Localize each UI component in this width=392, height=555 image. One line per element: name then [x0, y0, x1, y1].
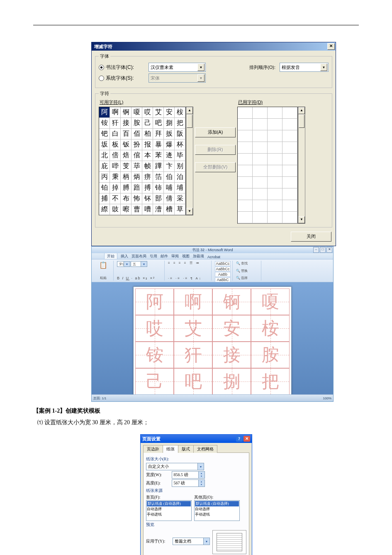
char-cell[interactable]: 北	[99, 150, 110, 161]
used-char-cell[interactable]	[253, 177, 268, 188]
ribbon[interactable]: 📋 粘贴 宋体 五 B I U · ab ×₂ ×² ≡ ≡ ≡ ≡ ☰ ≔ ·…	[92, 259, 333, 282]
ribbon-tab[interactable]: 引用	[150, 254, 157, 259]
used-char-cell[interactable]	[282, 200, 297, 212]
char-cell[interactable]: 报	[142, 139, 153, 150]
char-cell[interactable]: 荜	[131, 161, 142, 172]
used-char-cell[interactable]	[268, 142, 282, 154]
char-cell[interactable]: 阪	[175, 129, 185, 139]
char-cell[interactable]: 芰	[121, 161, 131, 172]
used-char-cell[interactable]	[268, 200, 282, 212]
used-char-cell[interactable]	[268, 212, 282, 223]
scrollbar-used[interactable]: ▲ ▼	[298, 107, 305, 224]
used-char-cell[interactable]	[282, 154, 297, 165]
used-char-cell[interactable]	[282, 188, 297, 200]
char-cell[interactable]: 别	[175, 161, 185, 172]
char-cell[interactable]: 膊	[121, 183, 131, 193]
char-cell[interactable]: 铵	[99, 118, 110, 129]
char-cell[interactable]: 泊	[175, 172, 185, 183]
used-char-cell[interactable]	[238, 130, 253, 142]
ribbon-tab[interactable]: 页面布局	[131, 254, 146, 259]
used-char-cell[interactable]	[253, 165, 268, 177]
char-cell[interactable]: 埔	[175, 183, 185, 193]
char-cell[interactable]: 捌	[164, 118, 175, 129]
char-cell[interactable]: 嗄	[131, 107, 142, 118]
ribbon-tab[interactable]: 审阅	[171, 254, 179, 259]
used-char-cell[interactable]	[238, 142, 253, 154]
radio-calligraphy-font[interactable]: 书法字体(C):	[99, 64, 144, 71]
char-cell[interactable]: 倌	[131, 150, 142, 161]
char-cell[interactable]: 伯	[164, 172, 175, 183]
char-cell[interactable]: 哎	[142, 107, 153, 118]
used-char-cell[interactable]	[282, 107, 297, 119]
char-cell[interactable]: 铈	[153, 183, 164, 193]
char-cell[interactable]: 接	[121, 118, 131, 129]
char-cell[interactable]: 钣	[121, 139, 131, 150]
char-cell[interactable]: 柄	[121, 172, 131, 183]
ribbon-tab[interactable]: 插入	[121, 254, 128, 259]
ribbon-tab[interactable]: 开始	[104, 253, 117, 259]
scrollbar-available[interactable]: ▲ ▼	[186, 107, 193, 215]
char-cell[interactable]: 爆	[164, 139, 175, 150]
char-cell[interactable]: 倩	[164, 193, 175, 204]
width-spinner[interactable]: 856.5 磅	[172, 471, 205, 479]
used-char-cell[interactable]	[238, 200, 253, 212]
char-cell[interactable]: 痹	[142, 172, 153, 183]
char-cell[interactable]: 犴	[110, 118, 121, 129]
word-titlebar[interactable]: 书法 32 - Microsoft Word – □ ✕	[92, 247, 333, 253]
help-icon[interactable]: ?	[236, 436, 243, 442]
char-cell[interactable]: 艾	[153, 107, 164, 118]
used-char-cell[interactable]	[253, 130, 268, 142]
char-cell[interactable]: 板	[110, 139, 121, 150]
page-setup-tab[interactable]: 版式	[178, 445, 194, 453]
radio-system-font[interactable]: 系统字体(S):	[99, 75, 144, 82]
char-cell[interactable]: 哔	[110, 161, 121, 172]
char-cell[interactable]: 白	[110, 129, 121, 139]
char-cell[interactable]: 踣	[131, 183, 142, 193]
char-cell[interactable]: 柏	[142, 129, 153, 139]
char-cell[interactable]: 箔	[153, 172, 164, 183]
used-char-cell[interactable]	[238, 119, 253, 130]
used-char-cell[interactable]	[253, 154, 268, 165]
used-char-cell[interactable]	[268, 177, 282, 188]
char-cell[interactable]: 搏	[142, 183, 153, 193]
char-cell[interactable]: 扮	[131, 139, 142, 150]
char-cell[interactable]: 本	[142, 150, 153, 161]
used-char-cell[interactable]	[253, 119, 268, 130]
char-cell[interactable]: 己	[142, 118, 153, 129]
combo-calligraphy-font[interactable]: 汉仪曹未素 ▼	[149, 63, 206, 72]
minimize-icon[interactable]: –	[313, 247, 319, 253]
char-cell[interactable]: 嚓	[121, 204, 131, 215]
used-char-cell[interactable]	[238, 177, 253, 188]
char-cell[interactable]: 卞	[164, 161, 175, 172]
used-char-cell[interactable]	[282, 130, 297, 142]
used-char-cell[interactable]	[253, 200, 268, 212]
combo-sort-order[interactable]: 根据发音 ▼	[280, 63, 329, 72]
used-char-cell[interactable]	[238, 212, 253, 223]
combo-paper-size[interactable]: 自定义大小	[146, 463, 204, 470]
char-cell[interactable]: 炳	[131, 172, 142, 183]
char-cell[interactable]: 豉	[110, 204, 121, 215]
scroll-up-icon[interactable]: ▲	[186, 107, 193, 114]
char-cell[interactable]: 倍	[110, 150, 121, 161]
used-char-cell[interactable]	[282, 119, 297, 130]
char-cell[interactable]: 毕	[175, 150, 185, 161]
page-setup-tab[interactable]: 页边距	[143, 445, 163, 453]
used-char-cell[interactable]	[268, 107, 282, 119]
char-cell[interactable]: 蹕	[153, 161, 164, 172]
other-pages-source-list[interactable]: 默认纸盒 (自动选择) 自动选择 手动进纸	[194, 500, 240, 521]
char-cell[interactable]: 部	[153, 193, 164, 204]
style-preview[interactable]: AaBbC	[215, 277, 231, 282]
char-cell[interactable]: 扳	[164, 129, 175, 139]
used-char-cell[interactable]	[238, 107, 253, 119]
used-char-cell[interactable]	[253, 142, 268, 154]
char-cell[interactable]: 锕	[121, 107, 131, 118]
document-canvas[interactable]: 阿啊锕嗄哎艾安桉铵犴接胺己吧捌把	[92, 282, 333, 394]
remove-button[interactable]: 删除(R)	[195, 145, 236, 155]
char-cell[interactable]: 庇	[99, 161, 110, 172]
char-cell[interactable]: 哺	[164, 183, 175, 193]
used-char-cell[interactable]	[268, 130, 282, 142]
used-char-cell[interactable]	[253, 107, 268, 119]
char-cell[interactable]: 拜	[153, 129, 164, 139]
page-setup-tab[interactable]: 文档网格	[193, 445, 217, 453]
style-preview[interactable]: AaBbCc	[215, 261, 231, 266]
